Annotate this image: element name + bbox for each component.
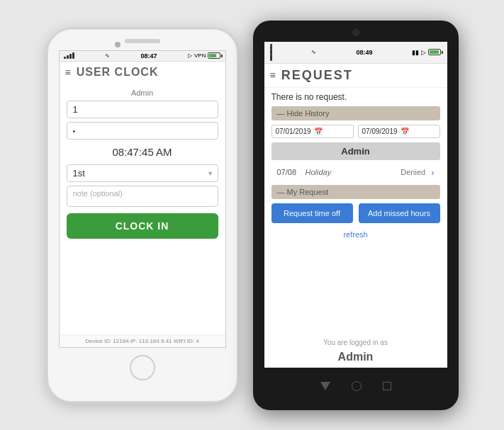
calendar-icon-to: 📅 <box>401 128 409 135</box>
app-header-2: ≡ REQUEST <box>264 64 447 88</box>
clock-in-form: Admin 1 • 08:47:45 AM 1st ▾ note (option… <box>60 83 225 334</box>
calendar-icon-from: 📅 <box>314 128 323 135</box>
note-placeholder: note (optional) <box>73 189 123 198</box>
app-title: USER CLOCK <box>77 66 159 79</box>
add-missed-hours-button[interactable]: Add missed hours <box>359 203 440 223</box>
date-to-value: 07/09/2019 <box>362 128 398 135</box>
battery-icon-2 <box>428 49 441 55</box>
my-request-label: — My Request <box>277 188 329 196</box>
my-request-bar: — My Request <box>271 185 440 199</box>
camera-dot <box>115 42 121 47</box>
hide-history-label: — Hide History <box>277 109 330 118</box>
status-time-2: 08:49 <box>356 49 372 56</box>
app-title-2: REQUEST <box>281 68 353 83</box>
signal-strength-icon: ▮▮ <box>412 49 419 56</box>
password-dot: • <box>73 128 77 135</box>
front-camera <box>352 29 359 36</box>
signal-bar-d <box>270 55 272 61</box>
right-status-icons-2: ▮▮ ▷ <box>412 49 441 56</box>
location-icon: ▷ <box>188 52 192 59</box>
admin-row: Admin <box>271 142 440 160</box>
wifi-icon: ∿ <box>105 52 110 59</box>
hide-history-bar[interactable]: — Hide History <box>271 106 440 120</box>
refresh-link[interactable]: refresh <box>271 230 440 239</box>
android-nav-bar <box>320 368 391 410</box>
date-to-input[interactable]: 07/09/2019 📅 <box>358 125 440 138</box>
signal-bar-4 <box>72 52 74 59</box>
status-bar: ∿ 08:47 ▷ VPN <box>60 51 225 62</box>
date-range-row: 07/01/2019 📅 07/09/2019 📅 <box>271 125 440 138</box>
password-input[interactable]: • <box>67 122 218 140</box>
history-date: 07/08 <box>277 168 300 176</box>
signal-bars <box>64 52 74 59</box>
speaker-bar <box>125 39 160 43</box>
no-request-text: There is no request. <box>271 92 440 102</box>
logged-in-name: Admin <box>271 351 440 363</box>
username-input[interactable]: 1 <box>67 101 218 118</box>
chevron-right-icon: › <box>431 167 434 178</box>
clock-in-button[interactable]: CLOCK IN <box>67 213 218 239</box>
history-status: Denied <box>401 168 425 176</box>
signal-bar-c <box>270 50 272 55</box>
right-status-icons: ▷ VPN <box>188 52 220 59</box>
time-display: 08:47:45 AM <box>112 146 172 158</box>
request-time-off-button[interactable]: Request time off <box>271 203 353 223</box>
status-bar-2: ∿ 08:49 ▮▮ ▷ <box>264 42 447 64</box>
phones-container: ∿ 08:47 ▷ VPN ≡ USER CLOCK Admin <box>46 21 459 410</box>
request-content: There is no request. — Hide History 07/0… <box>264 88 447 368</box>
home-button[interactable] <box>130 355 155 380</box>
location-icon-2: ▷ <box>421 49 426 56</box>
android-screen: ∿ 08:49 ▮▮ ▷ ≡ REQUEST There is no reque… <box>264 42 447 368</box>
signal-bar-1 <box>64 57 66 59</box>
battery-icon <box>208 52 220 59</box>
phone-iphone: ∿ 08:47 ▷ VPN ≡ USER CLOCK Admin <box>46 28 239 403</box>
menu-icon[interactable]: ≡ <box>65 67 71 77</box>
recents-icon[interactable] <box>383 382 391 390</box>
signal-bar-3 <box>69 54 72 59</box>
history-type: Holiday <box>306 168 396 176</box>
date-from-input[interactable]: 07/01/2019 📅 <box>271 125 354 138</box>
device-info: Device ID: 12184 IP: 110.184.9.41 WIFI I… <box>60 334 225 347</box>
status-time: 08:47 <box>141 52 157 60</box>
history-item[interactable]: 07/08 Holiday Denied › <box>271 164 440 181</box>
wifi-icon-2: ∿ <box>311 49 316 55</box>
app-header: ≡ USER CLOCK <box>60 62 225 83</box>
back-icon[interactable] <box>320 382 330 390</box>
home-icon[interactable] <box>352 381 362 391</box>
action-buttons-row: Request time off Add missed hours <box>271 203 440 223</box>
admin-label: Admin <box>131 89 153 97</box>
chevron-down-icon: ▾ <box>208 169 212 177</box>
vpn-icon: VPN <box>194 52 206 59</box>
phone-android: ∿ 08:49 ▮▮ ▷ ≡ REQUEST There is no reque… <box>253 21 459 410</box>
menu-icon-2[interactable]: ≡ <box>270 70 276 80</box>
date-from-value: 07/01/2019 <box>276 128 311 135</box>
iphone-screen: ∿ 08:47 ▷ VPN ≡ USER CLOCK Admin <box>59 50 226 348</box>
logged-in-text: You are logged in as <box>271 339 440 346</box>
shift-select[interactable]: 1st ▾ <box>67 164 218 182</box>
battery-fill-2 <box>430 50 439 54</box>
signal-bar-2 <box>67 55 69 59</box>
signal-bars-2 <box>270 44 272 61</box>
signal-bar-b <box>270 46 272 50</box>
note-input[interactable]: note (optional) <box>67 186 218 207</box>
battery-fill <box>209 54 216 57</box>
